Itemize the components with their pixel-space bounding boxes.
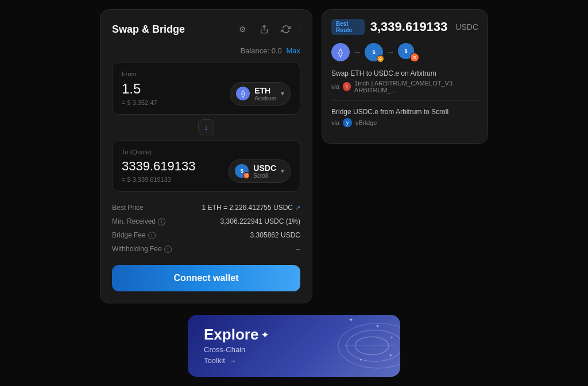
from-token-chevron: ▾ bbox=[281, 89, 284, 98]
explore-title: Explore bbox=[204, 326, 258, 343]
from-token-name: ETH bbox=[254, 86, 276, 95]
to-token-name: USDC bbox=[253, 163, 276, 173]
to-amount-section: 3339.619133 = $ 3,339.619133 bbox=[122, 159, 195, 183]
to-token-network: Scroll bbox=[253, 173, 276, 179]
route-card: Best Route 3,339.619133 USDC ⟠ → $ A → $… bbox=[322, 9, 488, 144]
route-step-1: Swap ETH to USDC.e on Arbitrum via 1 1in… bbox=[331, 69, 478, 93]
to-input-row: 3339.619133 = $ 3,339.619133 $ S USDC Sc… bbox=[122, 159, 291, 183]
swap-direction-arrow[interactable]: ↓ bbox=[198, 119, 214, 135]
explore-banner[interactable]: Explore ✦ Cross-Chain Toolkit → ✦ ✦ bbox=[188, 315, 400, 377]
main-container: Swap & Bridge ⚙ bbox=[100, 9, 488, 377]
to-token-selector[interactable]: $ S USDC Scroll ▾ bbox=[229, 159, 291, 183]
from-amount[interactable]: 1.5 bbox=[122, 81, 157, 97]
to-label: To (Quote) bbox=[122, 149, 291, 155]
from-label: From bbox=[122, 71, 291, 77]
route-amount-unit: USDC bbox=[455, 22, 478, 32]
step1-via-label: via bbox=[331, 83, 339, 90]
from-input-box: From 1.5 = $ 3,352.47 ⟠ ETH Arbitrum ▾ bbox=[112, 62, 300, 115]
step1-provider: 1inch | ARBITRUM_CAMELOT_V3 ARBITRUM_... bbox=[354, 80, 478, 93]
svg-point-5 bbox=[391, 337, 393, 338]
withholding-fee-info-icon[interactable]: i bbox=[164, 245, 172, 253]
from-token-network: Arbitrum bbox=[254, 95, 276, 102]
explore-subtitle: Cross-Chain bbox=[204, 345, 384, 354]
route-amount: 3,339.619133 bbox=[370, 20, 448, 34]
eth-icon: ⟠ bbox=[236, 87, 250, 100]
gear-icon[interactable]: ⚙ bbox=[234, 21, 250, 37]
explore-arrow-icon: → bbox=[229, 356, 237, 365]
withholding-fee-label: Withholding Fee i bbox=[112, 245, 172, 253]
explore-title-row: Explore ✦ bbox=[204, 326, 384, 343]
explore-sparkle: ✦ bbox=[261, 329, 269, 341]
swap-title: Swap & Bridge bbox=[112, 24, 185, 36]
route-step-1-title: Swap ETH to USDC.e on Arbitrum bbox=[331, 69, 478, 77]
swap-arrow-container: ↓ bbox=[112, 119, 300, 135]
route-step-2-title: Bridge USDC.e from Arbitrum to Scroll bbox=[331, 108, 478, 116]
min-received-value: 3,306.222941 USDC (1%) bbox=[220, 217, 300, 225]
explore-content: Explore ✦ Cross-Chain Toolkit → bbox=[204, 326, 384, 365]
from-usd: = $ 3,352.47 bbox=[122, 99, 157, 106]
refresh-icon[interactable] bbox=[278, 21, 294, 37]
swap-card: Swap & Bridge ⚙ bbox=[100, 9, 312, 303]
scroll-badge: S bbox=[410, 53, 419, 62]
svg-text:✦: ✦ bbox=[389, 353, 393, 358]
to-amount: 3339.619133 bbox=[122, 159, 195, 174]
to-token-info: USDC Scroll bbox=[253, 163, 276, 179]
from-token-selector[interactable]: ⟠ ETH Arbitrum ▾ bbox=[230, 82, 291, 106]
withholding-fee-row: Withholding Fee i -- bbox=[112, 242, 300, 256]
best-price-value: 1 ETH = 2,226.412755 USDC ↗ bbox=[202, 204, 300, 212]
to-input-box: To (Quote) 3339.619133 = $ 3,339.619133 … bbox=[112, 140, 300, 192]
min-received-row: Min. Received i 3,306.222941 USDC (1%) bbox=[112, 215, 300, 228]
svg-text:✦: ✦ bbox=[349, 317, 353, 323]
arb-badge: A bbox=[377, 55, 384, 63]
explore-toolkit-row: Toolkit → bbox=[204, 356, 384, 365]
bridge-fee-row: Bridge Fee i 3.305862 USDC bbox=[112, 228, 300, 242]
to-token-chevron: ▾ bbox=[281, 167, 284, 175]
best-price-row: Best Price 1 ETH = 2,226.412755 USDC ↗ bbox=[112, 201, 300, 215]
min-received-info-icon[interactable]: i bbox=[158, 218, 165, 225]
stats-section: Best Price 1 ETH = 2,226.412755 USDC ↗ M… bbox=[112, 201, 300, 256]
balance-label: Balance: bbox=[241, 46, 270, 55]
swap-header-icons: ⚙ bbox=[234, 21, 300, 37]
usdc-icon-wrapper: $ S bbox=[235, 164, 249, 178]
explore-subtitle-line1: Cross-Chain bbox=[204, 345, 245, 354]
connect-wallet-button[interactable]: Connect wallet bbox=[112, 265, 300, 291]
to-usd: = $ 3,339.619133 bbox=[122, 176, 195, 183]
header-divider bbox=[300, 24, 300, 34]
step2-via-label: via bbox=[331, 119, 339, 126]
flow-usdc-scroll-wrapper: $ S bbox=[398, 43, 419, 61]
balance-value: 0.0 bbox=[272, 46, 282, 55]
bridge-fee-label: Bridge Fee i bbox=[112, 231, 156, 239]
share-icon[interactable] bbox=[256, 21, 272, 37]
balance-max[interactable]: Max bbox=[286, 46, 300, 55]
best-price-link-icon[interactable]: ↗ bbox=[295, 204, 300, 212]
from-token-info: ETH Arbitrum bbox=[254, 86, 276, 102]
route-divider bbox=[331, 100, 478, 101]
oneinch-icon: 1 bbox=[343, 82, 351, 91]
route-step-2: Bridge USDC.e from Arbitrum to Scroll vi… bbox=[331, 108, 478, 127]
withholding-fee-value: -- bbox=[296, 245, 300, 253]
best-price-label: Best Price bbox=[112, 204, 144, 212]
route-step-1-via: via 1 1inch | ARBITRUM_CAMELOT_V3 ARBITR… bbox=[331, 80, 478, 93]
from-amount-section: 1.5 = $ 3,352.47 bbox=[122, 81, 157, 106]
route-step-2-via: via y yBridge bbox=[331, 118, 478, 127]
ybridge-icon: y bbox=[343, 118, 352, 127]
route-header: Best Route 3,339.619133 USDC bbox=[331, 19, 478, 35]
step2-provider: yBridge bbox=[355, 119, 377, 126]
token-flow: ⟠ → $ A → $ S bbox=[331, 43, 478, 61]
flow-usdc-e-icon: $ A bbox=[365, 43, 383, 61]
best-route-badge: Best Route bbox=[331, 19, 365, 35]
scroll-chain-badge: S bbox=[243, 172, 250, 179]
swap-header: Swap & Bridge ⚙ bbox=[112, 21, 300, 37]
flow-arrow-1: → bbox=[353, 48, 361, 57]
explore-subtitle-line2: Toolkit bbox=[204, 356, 225, 365]
top-row: Swap & Bridge ⚙ bbox=[100, 9, 488, 303]
from-input-row: 1.5 = $ 3,352.47 ⟠ ETH Arbitrum ▾ bbox=[122, 81, 291, 106]
bridge-fee-info-icon[interactable]: i bbox=[148, 232, 156, 239]
flow-arrow-2: → bbox=[386, 48, 394, 57]
min-received-label: Min. Received i bbox=[112, 217, 165, 225]
flow-eth-icon: ⟠ bbox=[331, 43, 350, 61]
balance-row: Balance: 0.0 Max bbox=[112, 46, 300, 55]
bridge-fee-value: 3.305862 USDC bbox=[250, 231, 300, 239]
